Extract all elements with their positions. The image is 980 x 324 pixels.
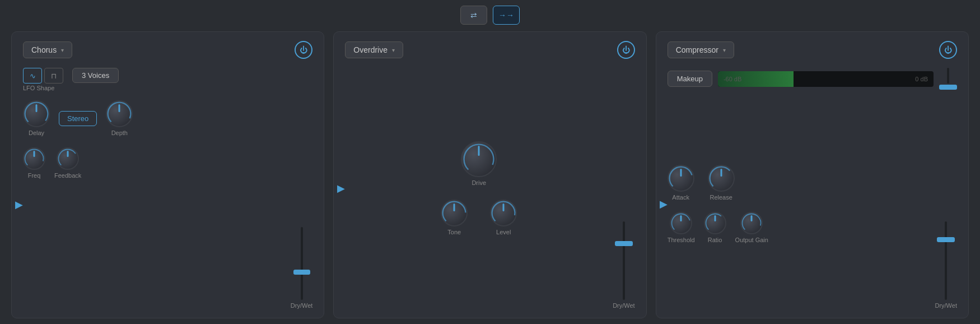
overdrive-arrow: ▶ [337,182,345,195]
threshold-label: Threshold [668,237,695,243]
voices-button[interactable]: 3 Voices [72,68,119,83]
compressor-header: Compressor ▾ ⏻ [668,41,957,59]
svg-point-3 [55,146,80,171]
lfo-square-button[interactable]: ⊓ [44,68,63,84]
chorus-drywet-label: Dry/Wet [291,302,313,309]
compressor-title: Compressor [676,45,718,54]
chorus-dropdown[interactable]: Chorus ▾ [23,41,72,58]
chorus-drywet-track [301,227,303,300]
ratio-knob-container: Ratio [704,212,726,243]
svg-point-11 [739,211,764,235]
svg-point-2 [22,146,46,171]
tone-label: Tone [447,229,461,235]
comp-drywet-label: Dry/Wet [935,302,957,309]
chorus-power-icon: ⏻ [300,45,307,54]
depth-label: Depth [111,129,128,136]
overdrive-power-button[interactable]: ⏻ [617,41,635,59]
compressor-power-icon: ⏻ [944,45,952,54]
drive-knob[interactable] [461,141,497,177]
level-meter: -60 dB 0 dB [718,71,934,87]
swap-icon: ⇄ [470,11,477,20]
feedback-label: Feedback [54,172,81,179]
overdrive-drywet-label: Dry/Wet [613,302,635,309]
level-knob[interactable] [490,200,517,226]
chorus-panel: Chorus ▾ ⏻ ∿ ⊓ LFO Shape 3 Vo [11,31,324,318]
comp-drywet-top [947,68,949,84]
ratio-knob[interactable] [704,212,726,234]
drive-label: Drive [472,179,486,186]
chorus-drywet-thumb[interactable] [293,270,310,275]
makeup-button[interactable]: Makeup [668,71,712,87]
attack-knob-container: Attack [668,165,694,201]
compressor-arrow: ▶ [660,198,668,210]
output-gain-label: Output Gain [735,237,768,243]
compressor-power-button[interactable]: ⏻ [939,41,957,59]
attack-knob[interactable] [668,165,694,192]
svg-point-7 [666,164,696,193]
threshold-knob-container: Threshold [668,212,695,243]
tone-knob-container: Tone [441,200,468,235]
depth-knob-container: Depth [106,100,133,136]
delay-knob[interactable] [23,100,50,127]
meter-right: 0 dB [915,76,928,82]
threshold-knob[interactable] [670,212,692,234]
svg-point-1 [105,99,134,128]
delay-knob-container: Delay [23,100,50,136]
overdrive-panel: Overdrive ▾ ⏻ ▶ Drive [333,31,646,318]
meter-left: -60 dB [724,76,741,82]
release-knob-container: Release [708,165,735,201]
chorus-arrow: ▶ [15,198,23,211]
compressor-chevron: ▾ [723,47,726,53]
forward-button[interactable]: →→ [493,6,520,25]
level-knob-container: Level [490,200,517,235]
feedback-knob-container: Feedback [54,147,81,179]
svg-point-6 [489,198,518,228]
square-wave-icon: ⊓ [51,72,57,80]
feedback-knob[interactable] [57,147,79,170]
depth-knob[interactable] [106,100,133,127]
ratio-label: Ratio [708,237,722,243]
comp-drywet-thumb[interactable] [937,237,955,242]
overdrive-chevron: ▾ [392,47,395,53]
overdrive-title: Overdrive [353,45,388,54]
freq-knob-container: Freq [23,147,45,179]
tone-knob[interactable] [441,200,468,226]
svg-point-10 [703,211,727,235]
level-label: Level [496,229,511,235]
compressor-panel: Compressor ▾ ⏻ Makeup -60 dB 0 dB [656,31,969,318]
lfo-shapes: ∿ ⊓ [23,68,63,84]
overdrive-dropdown[interactable]: Overdrive ▾ [345,41,403,58]
compressor-dropdown[interactable]: Compressor ▾ [668,41,734,58]
comp-drywet-track [945,221,947,300]
swap-button[interactable]: ⇄ [460,6,487,25]
chorus-title: Chorus [31,45,57,54]
chorus-header: Chorus ▾ ⏻ [23,41,312,59]
overdrive-drywet-thumb[interactable] [615,241,633,246]
stereo-button[interactable]: Stereo [59,111,97,126]
output-gain-knob[interactable] [740,212,763,234]
output-gain-knob-container: Output Gain [735,212,768,243]
freq-knob[interactable] [23,147,45,170]
lfo-shape-label: LFO Shape [23,85,63,91]
overdrive-header: Overdrive ▾ ⏻ [345,41,634,59]
chorus-chevron: ▾ [61,47,64,53]
release-knob[interactable] [708,165,735,192]
overdrive-drywet-track [623,221,625,300]
svg-point-5 [440,198,469,228]
forward-icon: →→ [498,11,514,20]
release-label: Release [710,194,732,201]
delay-label: Delay [29,129,44,136]
chorus-power-button[interactable]: ⏻ [295,41,312,59]
svg-point-4 [460,140,498,178]
overdrive-power-icon: ⏻ [622,45,630,54]
freq-label: Freq [28,172,41,179]
attack-label: Attack [672,194,689,201]
sin-wave-icon: ∿ [30,72,36,80]
lfo-sin-button[interactable]: ∿ [23,68,42,84]
svg-point-8 [707,164,736,193]
comp-drywet-thumb-top[interactable] [939,85,957,90]
svg-point-9 [669,211,693,235]
svg-point-0 [22,99,51,128]
